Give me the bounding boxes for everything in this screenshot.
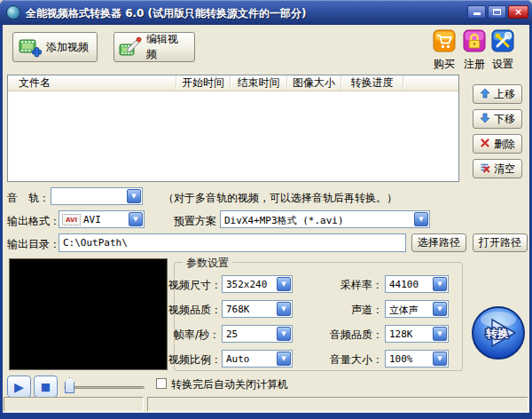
minimize-icon	[473, 12, 481, 15]
chevron-down-icon[interactable]: ▼	[433, 327, 447, 341]
channels-value: 立体声	[389, 304, 419, 317]
video-size-select[interactable]: 352x240 ▼	[222, 275, 293, 293]
shutdown-checkbox[interactable]	[156, 378, 167, 389]
edit-video-label: 编辑视频	[146, 32, 187, 62]
channels-select[interactable]: 立体声 ▼	[385, 300, 449, 318]
move-down-button[interactable]: 下移	[473, 109, 522, 129]
video-preview	[9, 258, 168, 370]
maximize-button[interactable]	[488, 5, 506, 19]
frame-rate-value: 25	[226, 328, 238, 340]
volume-select[interactable]: 100% ▼	[385, 350, 449, 368]
delete-x-icon	[480, 138, 490, 151]
minimize-button[interactable]	[467, 5, 486, 19]
play-icon: ▶	[14, 380, 24, 394]
convert-label: 转换	[485, 327, 509, 340]
status-panel-right	[147, 397, 528, 412]
open-path-button[interactable]: 打开路径	[473, 233, 528, 252]
chevron-down-icon[interactable]: ▼	[277, 302, 291, 316]
add-video-button[interactable]: 添加视频	[12, 32, 98, 62]
output-dir-label: 输出目录：	[7, 237, 60, 252]
arrow-down-icon	[480, 113, 490, 126]
video-quality-label: 视频品质：	[168, 303, 220, 318]
chevron-down-icon[interactable]: ▼	[414, 212, 428, 226]
buy-label: 购买	[429, 57, 459, 72]
settings-label: 设置	[488, 57, 518, 72]
chevron-down-icon[interactable]: ▼	[433, 302, 447, 316]
close-button[interactable]: ×	[508, 5, 528, 19]
delete-button[interactable]: 删除	[473, 134, 522, 154]
sample-rate-select[interactable]: 44100 ▼	[385, 275, 449, 293]
aspect-ratio-value: Auto	[226, 353, 250, 365]
add-video-icon	[19, 36, 42, 59]
video-size-value: 352x240	[226, 279, 267, 290]
sample-rate-value: 44100	[389, 279, 419, 290]
column-filename[interactable]: 文件名	[8, 75, 176, 91]
window-title: 全能视频格式转换器 6.0 (试用版只能转换源文件的一部分)	[26, 6, 307, 21]
params-title: 参数设置	[183, 256, 232, 271]
seek-slider-track[interactable]	[64, 386, 145, 389]
output-format-select[interactable]: AVI AVI ▼	[59, 210, 145, 228]
file-list-header: 文件名 开始时间 结束时间 图像大小 转换进度	[8, 75, 458, 91]
output-format-value: AVI	[83, 214, 101, 225]
move-down-label: 下移	[494, 112, 515, 127]
sample-rate-label: 采样率：	[307, 278, 383, 293]
chevron-down-icon[interactable]: ▼	[277, 327, 291, 341]
video-quality-select[interactable]: 768K ▼	[222, 300, 293, 318]
audio-track-select[interactable]: ▼	[51, 187, 143, 205]
aspect-ratio-select[interactable]: Auto ▼	[222, 350, 293, 368]
column-start-time[interactable]: 开始时间	[176, 75, 231, 91]
chevron-down-icon[interactable]: ▼	[433, 352, 447, 366]
add-video-label: 添加视频	[46, 40, 89, 55]
clear-label: 清空	[494, 162, 515, 177]
stop-icon: ■	[41, 381, 51, 393]
shopping-cart-icon	[433, 29, 456, 52]
register-button[interactable]: 注册	[459, 29, 489, 72]
move-up-label: 上移	[494, 87, 515, 102]
chevron-down-icon[interactable]: ▼	[277, 352, 291, 366]
audio-quality-value: 128K	[389, 328, 413, 340]
chevron-down-icon[interactable]: ▼	[277, 277, 291, 291]
frame-rate-label: 帧率/秒：	[168, 328, 220, 343]
register-label: 注册	[459, 57, 489, 72]
maximize-icon	[493, 9, 501, 15]
column-progress[interactable]: 转换进度	[341, 75, 403, 91]
video-size-label: 视频尺寸：	[168, 278, 220, 293]
output-dir-input[interactable]: C:\OutPath\	[59, 233, 406, 252]
edit-video-button[interactable]: 编辑视频	[113, 32, 195, 62]
app-icon	[6, 5, 20, 20]
preset-label: 预置方案：	[174, 214, 227, 229]
frame-rate-select[interactable]: 25 ▼	[222, 325, 293, 343]
clear-button[interactable]: 清空	[473, 159, 522, 178]
titlebar[interactable]: 全能视频格式转换器 6.0 (试用版只能转换源文件的一部分) ×	[0, 0, 532, 25]
preset-select[interactable]: DivX4+MP3格式 (*.avi) ▼	[220, 210, 430, 228]
app-window: 全能视频格式转换器 6.0 (试用版只能转换源文件的一部分) × 添加视频	[0, 0, 532, 419]
chevron-down-icon[interactable]: ▼	[433, 277, 447, 291]
play-button[interactable]: ▶	[7, 376, 31, 398]
channels-label: 声道：	[307, 303, 383, 318]
arrow-up-icon	[480, 88, 490, 101]
file-list-body[interactable]	[8, 91, 458, 181]
audio-track-label: 音 轨：	[7, 191, 50, 206]
tools-icon	[491, 29, 514, 52]
aspect-ratio-label: 视频比例：	[168, 352, 220, 368]
edit-video-icon	[119, 36, 142, 59]
buy-button[interactable]: 购买	[429, 29, 459, 72]
shutdown-checkbox-label[interactable]: 转换完后自动关闭计算机	[171, 377, 288, 392]
move-up-button[interactable]: 上移	[473, 84, 522, 104]
convert-button[interactable]: 转换	[470, 304, 527, 361]
select-path-button[interactable]: 选择路径	[411, 233, 466, 252]
chevron-down-icon[interactable]: ▼	[127, 189, 141, 203]
preset-value: DivX4+MP3格式 (*.avi)	[224, 214, 344, 227]
audio-quality-select[interactable]: 128K ▼	[385, 325, 449, 343]
lock-icon	[463, 29, 486, 52]
column-image-size[interactable]: 图像大小	[287, 75, 341, 91]
output-format-label: 输出格式：	[7, 214, 60, 229]
audio-track-note: （对于多音轨的视频，可以选择音轨后再转换。）	[163, 191, 397, 206]
column-spacer	[403, 75, 458, 91]
stop-button[interactable]: ■	[34, 376, 58, 398]
settings-button[interactable]: 设置	[488, 29, 518, 72]
delete-label: 删除	[494, 137, 515, 152]
column-end-time[interactable]: 结束时间	[231, 75, 287, 91]
chevron-down-icon[interactable]: ▼	[129, 212, 143, 226]
file-list: 文件名 开始时间 结束时间 图像大小 转换进度	[7, 75, 459, 182]
